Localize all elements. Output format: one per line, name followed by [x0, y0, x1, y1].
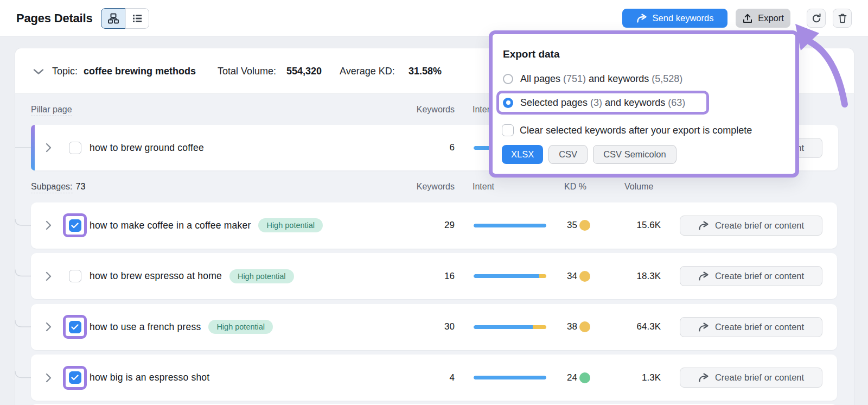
create-brief-label: Create brief or content	[715, 322, 804, 332]
radio-unselected-icon[interactable]	[503, 74, 513, 84]
expand-row-chevron[interactable]	[42, 219, 55, 232]
keywords-column-header: Keywords	[378, 182, 455, 192]
pillar-row-title[interactable]: how to brew ground coffee	[90, 142, 204, 154]
kd-value: 24	[530, 355, 577, 401]
radio-selected-icon[interactable]	[503, 98, 513, 108]
row-checkbox[interactable]	[69, 321, 81, 333]
average-kd-value: 31.58%	[409, 48, 442, 94]
create-brief-button[interactable]: Create brief or content	[680, 216, 822, 236]
keywords-value: 4	[378, 355, 455, 401]
upload-icon	[742, 13, 753, 24]
table-row[interactable]: how to brew espresso at home High potent…	[31, 253, 837, 299]
clear-keywords-label: Clear selected keywords after your expor…	[520, 125, 752, 136]
keywords-value: 29	[378, 202, 455, 249]
create-brief-label: Create brief or content	[715, 271, 804, 281]
view-toggle	[101, 8, 149, 29]
pillar-page-header[interactable]: Pillar page	[31, 105, 72, 115]
forward-arrow-icon	[698, 372, 710, 383]
trash-icon	[837, 13, 848, 24]
kd-dot	[579, 220, 590, 231]
kd-dot	[579, 321, 590, 332]
row-checkbox-frame	[63, 213, 87, 237]
send-keywords-label: Send keywords	[653, 13, 714, 23]
high-potential-badge: High potential	[258, 218, 323, 232]
row-checkbox[interactable]	[69, 371, 81, 384]
high-potential-badge: High potential	[208, 320, 273, 334]
row-title[interactable]: how big is an espresso shot	[90, 372, 209, 383]
row-checkbox[interactable]	[69, 142, 81, 154]
refresh-icon	[811, 13, 822, 24]
keywords-value: 16	[378, 253, 455, 299]
sitemap-icon	[107, 12, 119, 24]
list-view-toggle[interactable]	[125, 8, 149, 29]
forward-arrow-icon	[698, 271, 710, 281]
row-checkbox[interactable]	[69, 219, 81, 232]
average-kd-label: Average KD:	[340, 48, 395, 94]
kd-dot	[579, 372, 590, 383]
export-all-pages-option[interactable]: All pages (751) and keywords (5,528)	[503, 73, 682, 85]
create-brief-button[interactable]: Create brief or content	[680, 266, 822, 286]
total-volume-label: Total Volume:	[218, 48, 276, 94]
send-keywords-button[interactable]: Send keywords	[622, 9, 727, 28]
pages-details-screen: Pages Details Send keywords Exp	[0, 0, 868, 405]
kd-column-header: KD %	[564, 182, 586, 192]
create-brief-label: Create brief or content	[715, 372, 804, 383]
create-brief-button[interactable]: Create brief or content	[680, 368, 822, 388]
tree-view-toggle[interactable]	[101, 8, 125, 29]
table-row[interactable]: how to make coffee in a coffee maker Hig…	[31, 202, 837, 249]
forward-arrow-icon	[698, 322, 710, 332]
row-title[interactable]: how to brew espresso at home	[90, 270, 222, 282]
volume-column-header: Volume	[624, 182, 653, 192]
clear-keywords-checkbox[interactable]	[502, 124, 514, 136]
list-icon	[131, 12, 143, 24]
csv-semicolon-button[interactable]: CSV Semicolon	[593, 145, 676, 164]
subpages-count: 73	[76, 182, 86, 191]
row-checkbox-frame	[63, 136, 87, 160]
topic-label: Topic:	[52, 48, 78, 94]
volume-value: 18.3K	[595, 253, 661, 299]
row-checkbox-frame	[63, 264, 87, 288]
row-checkbox[interactable]	[69, 270, 81, 282]
expand-row-chevron[interactable]	[42, 270, 55, 283]
csv-button[interactable]: CSV	[548, 145, 588, 164]
create-brief-label: Create brief or content	[715, 220, 804, 231]
export-popover-title: Export data	[503, 48, 560, 60]
pillar-keywords-header: Keywords	[378, 105, 455, 115]
high-potential-badge: High potential	[229, 269, 294, 283]
export-button[interactable]: Export	[736, 9, 790, 28]
forward-arrow-icon	[698, 220, 710, 231]
volume-value: 64.3K	[595, 304, 661, 350]
intent-column-header: Intent	[473, 182, 494, 192]
row-checkbox-frame	[63, 366, 87, 390]
volume-value: 15.6K	[595, 202, 661, 249]
export-all-pages-label: All pages (751) and keywords (5,528)	[520, 73, 682, 85]
row-title[interactable]: how to make coffee in a coffee maker	[90, 220, 251, 231]
kd-value: 34	[530, 253, 577, 299]
kd-dot	[579, 271, 590, 282]
keywords-value: 30	[378, 304, 455, 350]
clear-keywords-option[interactable]: Clear selected keywords after your expor…	[502, 124, 752, 136]
export-label: Export	[758, 13, 784, 23]
create-brief-button[interactable]: Create brief or content	[680, 317, 822, 337]
expand-row-chevron[interactable]	[42, 320, 55, 333]
expand-row-chevron[interactable]	[42, 371, 55, 384]
export-format-buttons: XLSX CSV CSV Semicolon	[502, 145, 676, 164]
export-popover: Export data All pages (751) and keywords…	[489, 30, 799, 178]
xlsx-button[interactable]: XLSX	[502, 145, 543, 164]
selected-option-highlight[interactable]: Selected pages (3) and keywords (63)	[496, 91, 709, 115]
row-checkbox-frame	[63, 315, 87, 339]
table-row[interactable]: how to use a french press High potential…	[31, 304, 837, 350]
refresh-button[interactable]	[807, 9, 826, 28]
total-volume-value: 554,320	[286, 48, 322, 94]
volume-value: 1.3K	[595, 355, 661, 401]
subpages-header[interactable]: Subpages:73	[31, 182, 85, 192]
expand-row-chevron[interactable]	[42, 141, 55, 154]
kd-value: 38	[530, 304, 577, 350]
delete-button[interactable]	[833, 9, 852, 28]
pillar-keywords-value: 6	[378, 125, 455, 170]
kd-value: 35	[530, 202, 577, 249]
row-title[interactable]: how to use a french press	[90, 321, 201, 333]
export-selected-pages-label: Selected pages (3) and keywords (63)	[520, 97, 685, 109]
forward-arrow-icon	[636, 13, 648, 23]
table-row[interactable]: how big is an espresso shot 4 24 1.3K Cr…	[31, 355, 837, 401]
